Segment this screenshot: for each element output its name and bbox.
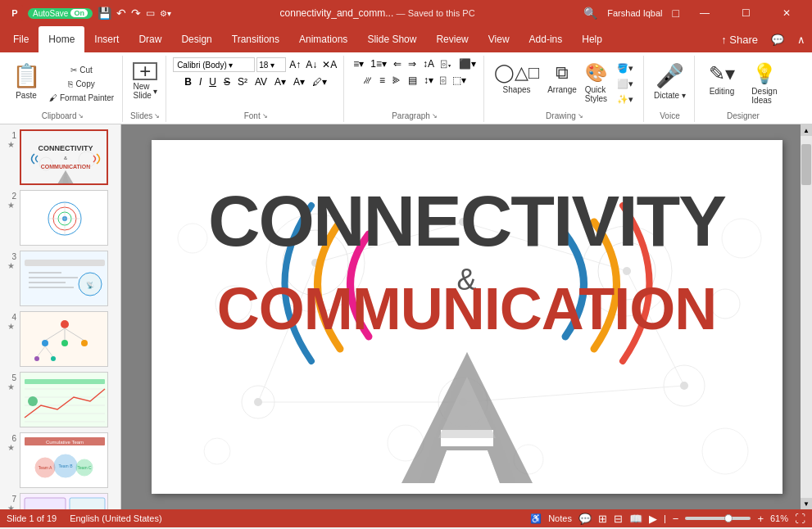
zoom-level[interactable]: 61%	[770, 513, 788, 523]
zoom-out-button[interactable]: −	[673, 513, 679, 525]
dictate-button[interactable]: 🎤 Dictate ▾	[651, 59, 689, 108]
bullets-button[interactable]: ≡▾	[351, 57, 366, 70]
fit-to-window-button[interactable]: ⛶	[795, 513, 805, 525]
shape-outline-button[interactable]: ⬜▾	[612, 77, 638, 91]
decrease-font-button[interactable]: A↓	[304, 58, 319, 71]
tab-insert[interactable]: Insert	[84, 26, 129, 52]
zoom-thumb[interactable]	[724, 514, 733, 522]
align-right-button[interactable]: ⫸	[389, 74, 404, 87]
maximize-button[interactable]: ☐	[727, 0, 764, 26]
tab-home[interactable]: Home	[39, 26, 84, 52]
vertical-scrollbar[interactable]: ▲ ▼	[801, 124, 812, 509]
char-spacing-button[interactable]: AV	[252, 75, 270, 88]
ribbon-display-button[interactable]: □	[673, 7, 679, 20]
reading-view-button[interactable]: 📖	[629, 513, 642, 525]
design-ideas-button[interactable]: 💡 DesignIdeas	[744, 59, 785, 108]
scroll-down-button[interactable]: ▼	[801, 498, 812, 509]
slide-thumb-2[interactable]: 2 ★	[3, 188, 117, 247]
comments-status-button[interactable]: 💬	[578, 513, 592, 525]
tab-transitions[interactable]: Transitions	[222, 26, 289, 52]
tab-design[interactable]: Design	[171, 26, 221, 52]
copy-button[interactable]: ⎘Copy	[46, 78, 117, 90]
undo-button[interactable]: ↶	[116, 7, 126, 20]
paste-button[interactable]: 📋 Paste	[8, 59, 44, 108]
customize-button[interactable]: ⚙▾	[160, 9, 171, 18]
autosave-toggle[interactable]: AutoSave On	[28, 8, 93, 19]
paragraph-label[interactable]: Paragraph ↘	[392, 110, 438, 120]
tab-draw[interactable]: Draw	[129, 26, 171, 52]
strikethrough-button[interactable]: S	[221, 75, 233, 88]
share-button[interactable]: ↑ Share	[714, 34, 764, 46]
font-label[interactable]: Font ↘	[244, 110, 268, 120]
slide-thumb-1[interactable]: 1 ★ CONNECTIVITY & COMMUNICATION	[3, 128, 117, 187]
font-color-button[interactable]: A▾	[291, 75, 307, 88]
shape-fill-button[interactable]: 🪣▾	[612, 61, 638, 75]
align-left-button[interactable]: ⫻	[361, 74, 375, 87]
format-painter-button[interactable]: 🖌Format Painter	[46, 92, 117, 104]
present-button[interactable]: ▭	[146, 7, 155, 19]
drawing-label[interactable]: Drawing ↘	[546, 110, 583, 120]
slide-thumb-3[interactable]: 3 ★ 📡	[3, 249, 117, 308]
scroll-up-button[interactable]: ▲	[801, 124, 812, 136]
notes-button[interactable]: Notes	[548, 513, 572, 523]
tab-view[interactable]: View	[479, 26, 519, 52]
convert-to-smartart-button[interactable]: ⬚▾	[450, 74, 469, 87]
columns-button[interactable]: ⌻▾	[438, 57, 455, 70]
tab-addins[interactable]: Add-ins	[519, 26, 573, 52]
quick-styles-button[interactable]: 🎨 QuickStyles	[582, 59, 610, 108]
decrease-indent-button[interactable]: ⇐	[391, 57, 404, 70]
ribbon-collapse-button[interactable]: ∧	[791, 34, 812, 46]
slide-sorter-button[interactable]: ⊟	[614, 513, 623, 525]
tab-slideshow[interactable]: Slide Show	[357, 26, 426, 52]
smart-art-button[interactable]: ⬛▾	[456, 57, 479, 70]
slide-thumb-5[interactable]: 5 ★	[3, 370, 117, 429]
clipboard-label[interactable]: Clipboard ↘	[42, 110, 84, 120]
new-slide-button[interactable]: + NewSlide ▾	[129, 59, 161, 108]
slide-thumb-4[interactable]: 4 ★	[3, 310, 117, 368]
clear-formatting-button[interactable]: ✕A	[320, 58, 338, 71]
font-size-row2[interactable]: A▾	[272, 75, 288, 88]
comments-button[interactable]: 💬	[764, 34, 791, 46]
text-direction-button[interactable]: ↕A	[420, 57, 437, 70]
slide-canvas[interactable]: CONNECTIVITY & COMMUNICATION	[152, 140, 783, 494]
font-size-dropdown[interactable]: 18 ▾	[256, 57, 286, 72]
slide-thumb-7[interactable]: 7 ★	[3, 491, 117, 509]
increase-font-button[interactable]: A↑	[288, 58, 302, 71]
shape-effects-button[interactable]: ✨▾	[612, 93, 638, 106]
minimize-button[interactable]: —	[686, 0, 724, 26]
slideshow-button[interactable]: ▶	[649, 513, 657, 525]
zoom-in-button[interactable]: +	[757, 513, 764, 525]
scroll-thumb[interactable]	[801, 144, 811, 185]
redo-button[interactable]: ↷	[131, 7, 141, 20]
voice-label[interactable]: Voice	[660, 110, 679, 120]
column-layout-button[interactable]: ⌻	[438, 74, 448, 87]
tab-review[interactable]: Review	[426, 26, 478, 52]
justify-button[interactable]: ▤	[406, 74, 420, 87]
increase-indent-button[interactable]: ⇒	[406, 57, 419, 70]
underline-button[interactable]: U	[206, 75, 219, 88]
user-name[interactable]: Farshad Iqbal	[607, 8, 662, 18]
tab-animations[interactable]: Animations	[289, 26, 357, 52]
close-button[interactable]: ✕	[768, 0, 805, 26]
numbering-button[interactable]: 1≡▾	[368, 57, 389, 70]
arrange-button[interactable]: ⧉ Arrange	[544, 59, 580, 108]
save-button[interactable]: 💾	[98, 7, 111, 20]
align-center-button[interactable]: ≡	[377, 74, 388, 87]
bold-button[interactable]: B	[182, 75, 194, 88]
tab-file[interactable]: File	[3, 26, 39, 52]
tab-help[interactable]: Help	[572, 26, 612, 52]
slides-label[interactable]: Slides ↘	[130, 110, 160, 120]
search-button[interactable]: 🔍	[583, 7, 597, 20]
italic-button[interactable]: I	[197, 75, 204, 88]
highlight-button[interactable]: 🖊▾	[310, 75, 329, 88]
line-spacing-button[interactable]: ↕▾	[421, 74, 436, 87]
designer-label[interactable]: Designer	[727, 110, 760, 120]
shadow-button[interactable]: S²	[235, 75, 250, 88]
zoom-slider[interactable]	[685, 517, 751, 520]
editing-button[interactable]: ✎▾ Editing	[701, 59, 742, 108]
cut-button[interactable]: ✂Cut	[46, 64, 117, 76]
accessibility-button[interactable]: ♿	[530, 513, 542, 524]
font-family-dropdown[interactable]: Calibri (Body) ▾	[173, 57, 255, 72]
slide-thumb-6[interactable]: 6 ★ Cumulative Team Team A Team B Team C	[3, 431, 117, 490]
normal-view-button[interactable]: ⊞	[598, 513, 607, 525]
